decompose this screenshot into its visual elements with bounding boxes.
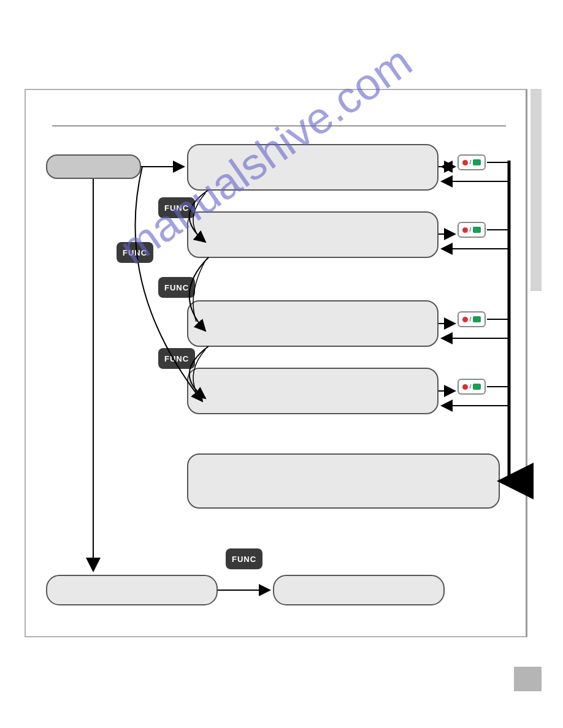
record-play-button: / (458, 222, 486, 238)
bottom-left-node (46, 575, 218, 605)
side-tab (530, 89, 542, 291)
mode-node-2 (187, 211, 439, 258)
func-button: FUNC (158, 277, 195, 298)
mode-node-4 (187, 368, 439, 414)
func-button: FUNC (226, 548, 262, 569)
record-icon (462, 227, 468, 233)
func-button: FUNC (158, 348, 195, 369)
func-button: FUNC (158, 197, 195, 218)
play-icon (473, 227, 481, 233)
result-node (187, 453, 500, 509)
func-button: FUNC (117, 242, 153, 263)
page-number-tab (514, 667, 542, 691)
play-icon (473, 316, 481, 322)
slash: / (470, 316, 472, 322)
record-play-button: / (458, 379, 486, 395)
record-icon (462, 317, 468, 322)
mode-node-1 (187, 144, 439, 191)
horizontal-rule (52, 126, 506, 126)
record-play-button: / (458, 311, 486, 327)
record-play-button: / (458, 154, 486, 170)
slash: / (470, 159, 472, 165)
slash: / (470, 384, 472, 390)
mode-node-3 (187, 300, 439, 347)
start-node (46, 154, 141, 179)
slash: / (470, 227, 472, 233)
play-icon (473, 384, 481, 390)
bottom-right-node (273, 575, 445, 605)
play-icon (473, 159, 481, 165)
record-icon (462, 160, 468, 165)
record-icon (462, 384, 468, 390)
